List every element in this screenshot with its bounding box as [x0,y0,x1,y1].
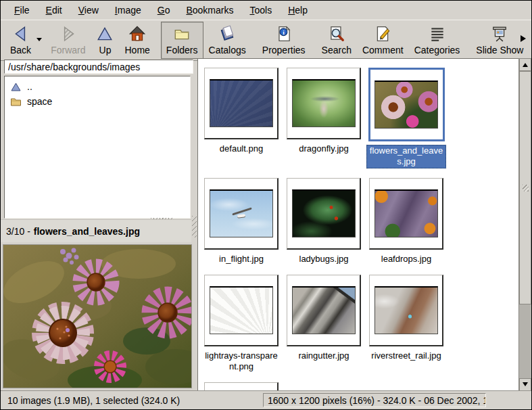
folder-item-parent[interactable]: .. [5,79,190,94]
catalogs-button[interactable]: Catalogs [203,22,251,59]
info-bar: 3/10 - flowers_and_leaves.jpg [1,219,191,242]
thumbnail-label: leafdrops.jpg [379,253,433,265]
svg-text:i: i [283,29,285,36]
thumbnail-grid: default.pngdragonfly.jpgflowers_and_leav… [198,59,518,391]
menu-help[interactable]: Help [280,2,316,18]
thumbnail-card[interactable] [204,178,279,250]
thumbnail-label: flowers_and_leaves.jpg [366,145,446,168]
comment-button[interactable]: Comment [357,22,409,59]
image-info-status: 1600 x 1200 pixels (16%) - 324.0 K - 06 … [263,393,486,407]
thumbnail-label: ladybugs.jpg [297,253,351,265]
slideshow-icon [491,25,508,43]
properties-icon: i [275,25,293,43]
thumbnail-card[interactable] [368,68,445,141]
chevron-down-icon [37,38,42,44]
thumbnail-item[interactable]: in_flight.jpg [204,178,279,265]
collection-status: 10 images (1.9 MB), 1 selected (324.0 K) [7,395,180,406]
thumbnail-image [210,286,273,334]
main-area: .. space 3/10 - flowers_and_leaves.jpg [1,58,531,391]
full-screen-button[interactable]: Full Screen [529,22,532,59]
menu-view[interactable]: View [70,2,107,18]
thumbnail-label: in_flight.jpg [217,253,266,265]
thumbnail-card[interactable] [204,68,279,139]
thumbnail-image [292,286,356,334]
thumbnail-label: dragonfly.jpg [297,143,350,155]
thumbnail-image [374,286,438,334]
menu-edit[interactable]: Edit [38,2,70,18]
thumbnail-card[interactable] [287,275,361,346]
list-icon [429,25,446,43]
location-input[interactable] [4,60,193,74]
menu-tools[interactable]: Tools [241,2,280,18]
up-button[interactable]: Up [91,22,119,59]
folder-item-space[interactable]: space [5,94,190,109]
thumbnail-label: default.png [218,143,265,155]
thumbnail-item[interactable]: lightrays-transparent.png [201,275,281,373]
thumbnail-label: raingutter.jpg [296,350,351,362]
forward-icon [59,25,77,43]
back-button[interactable]: Back [5,22,37,59]
scroll-up-button[interactable] [519,58,531,71]
arrow-up-icon [523,60,528,67]
up-icon [96,25,114,43]
app-window: File Edit View Image Go Bookmarks Tools … [0,0,532,410]
thumbnail-image [292,189,356,237]
back-icon [12,25,30,43]
thumbnail-label: lightrays-transparent.png [201,350,281,373]
back-history-dropdown[interactable] [35,34,43,48]
comment-icon [374,25,391,43]
toolbar: Back Forward Up [1,20,531,61]
menu-bookmarks[interactable]: Bookmarks [178,2,241,18]
thumbnail-image [210,79,273,127]
thumbnail-image [292,79,356,127]
thumbnail-card[interactable] [369,275,443,346]
status-bar: 10 images (1.9 MB), 1 selected (324.0 K)… [1,390,531,409]
flowers-preview-art [3,245,191,388]
thumbnail-item[interactable]: raingutter.jpg [287,275,361,362]
menu-image[interactable]: Image [107,2,149,18]
search-icon [328,25,345,43]
thumbnail-image [210,189,273,237]
thumbnail-item[interactable]: ladybugs.jpg [287,178,361,265]
thumbnail-item[interactable]: dragonfly.jpg [287,68,361,155]
thumbnail-card[interactable] [287,68,361,139]
menu-go[interactable]: Go [149,2,178,18]
folder-tree: .. space [4,76,191,219]
vertical-scrollbar[interactable] [518,58,531,391]
home-icon [128,25,146,43]
thumbnail-card[interactable] [204,275,279,346]
thumbnail-image [374,189,438,237]
up-dir-icon [10,82,22,92]
thumbnail-item[interactable]: flowers_and_leaves.jpg [366,68,446,168]
toolbar-overflow-arrow[interactable] [521,35,529,42]
image-position: 3/10 - [6,226,30,237]
pane-splitter[interactable] [191,58,197,391]
menu-file[interactable]: File [6,2,38,18]
scrollbar-thumb[interactable] [519,71,531,304]
thumbnail-item[interactable]: leafdrops.jpg [369,178,443,265]
menu-bar: File Edit View Image Go Bookmarks Tools … [1,1,531,20]
book-icon [218,25,236,43]
folders-button[interactable]: Folders [161,22,203,59]
preview-image [3,244,192,388]
home-button[interactable]: Home [119,22,155,59]
thumbnail-pane: default.pngdragonfly.jpgflowers_and_leav… [197,58,518,391]
thumbnail-card[interactable] [287,178,361,250]
selected-filename: flowers_and_leaves.jpg [34,226,140,237]
forward-button[interactable]: Forward [45,22,91,59]
thumbnail-label: riverstreet_rail.jpg [369,350,443,362]
search-button[interactable]: Search [316,22,357,59]
arrow-down-icon [523,382,528,389]
pane-splitter-handle[interactable] [192,216,197,237]
thumbnail-item[interactable]: default.png [204,68,279,155]
thumbnail-image [374,81,438,129]
folder-icon [173,25,191,43]
scroll-down-button[interactable] [519,378,531,391]
scrollbar-track[interactable] [519,71,531,378]
properties-button[interactable]: i Properties [257,22,311,59]
thumbnail-item[interactable]: riverstreet_rail.jpg [369,275,443,362]
thumbnail-card[interactable] [369,178,443,250]
categories-button[interactable]: Categories [409,22,466,59]
folder-icon [10,97,22,107]
